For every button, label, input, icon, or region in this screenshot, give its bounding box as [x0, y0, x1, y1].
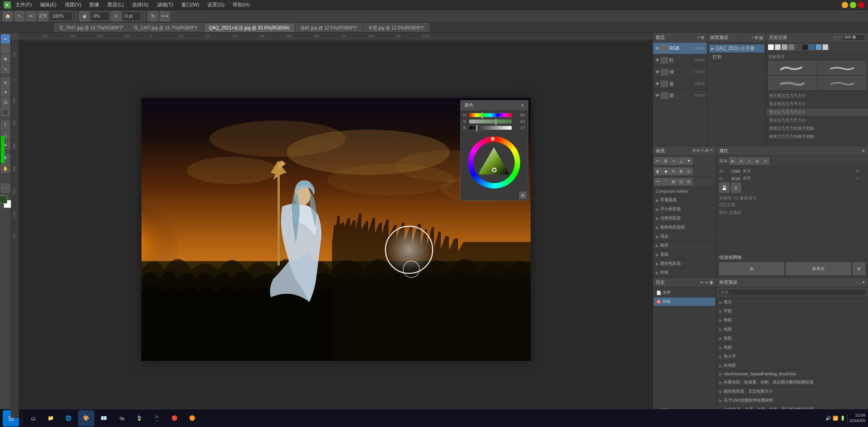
color-wheel-triangle[interactable] — [475, 144, 513, 181]
menu-image[interactable]: 图像 — [88, 1, 101, 8]
file-item-1[interactable]: ▶ QAQ_2921+主手册 — [709, 44, 764, 53]
brush-icon-13[interactable]: ⊞ — [670, 178, 677, 185]
brush-preview-1[interactable] — [768, 61, 817, 75]
brush-list-item-5[interactable]: ▶色彩 — [717, 334, 868, 343]
brush-icon-5[interactable]: ▼ — [685, 157, 692, 165]
brush-icon-1[interactable]: ✏ — [654, 157, 662, 165]
minimize-button[interactable] — [842, 2, 848, 8]
add-btn-1[interactable]: ▶ — [729, 157, 736, 165]
reference-btn[interactable]: 参考光 — [786, 262, 851, 275]
swatch-ddgray[interactable] — [795, 44, 801, 50]
tab-0[interactable]: f2_7547.jpg @ 16.7%(RGB/8*)* — [54, 23, 128, 32]
brush-list-item-long-3[interactable]: ▶关于USC绘图软件绘图材料 — [717, 396, 868, 405]
taskbar-files[interactable]: 🗂 — [25, 410, 41, 427]
brush-icon-4[interactable]: △ — [678, 157, 685, 165]
brush-tool-btn[interactable]: ✏ — [1, 34, 10, 44]
color-wheel-container[interactable] — [461, 135, 528, 190]
history-item-file[interactable]: 📄 文件 — [654, 288, 715, 297]
text-tool-btn[interactable]: T — [1, 121, 10, 130]
color-panel-header[interactable]: 颜色 ✕ — [461, 101, 528, 110]
brush-icon-8[interactable]: ⊙ — [670, 168, 677, 175]
tool-2[interactable]: ≡ — [111, 11, 121, 21]
brush-icon-3[interactable]: ⌖ — [670, 157, 677, 165]
rotate-tool[interactable]: ↻ — [148, 11, 158, 21]
eraser-tool[interactable]: 正常 — [38, 11, 48, 21]
flip-tool[interactable]: ⟷ — [160, 11, 170, 21]
add-btn-2[interactable]: ⊞ — [737, 157, 745, 165]
brush-list-item-alex[interactable]: ▶AlexFerreose_SpeedPainting_BrushSet — [717, 370, 868, 378]
menu-settings[interactable]: 设置(G) — [205, 1, 226, 8]
brush-list-item-3[interactable]: ▶笔彩 — [717, 316, 868, 325]
crop-tool-btn[interactable]: ⊡ — [1, 97, 10, 107]
brush-icon-12[interactable]: ⌃ — [662, 178, 669, 185]
menu-help[interactable]: 帮助(H) — [231, 1, 251, 8]
home-button[interactable]: 🏠 — [3, 11, 13, 21]
brightness-slider[interactable] — [469, 126, 512, 130]
brush-icon-7[interactable]: ◆ — [662, 168, 669, 175]
canvas-content[interactable]: 颜色 ✕ H 85 — [19, 41, 653, 418]
file-icon-3[interactable]: ▤ — [759, 35, 763, 40]
brush-preview-3[interactable] — [768, 76, 817, 90]
color-wheel-ring[interactable] — [468, 136, 520, 189]
brush-list-item-6[interactable]: ▶色彩 — [717, 343, 868, 352]
brush-list-item-8[interactable]: ▶向色彩 — [717, 361, 868, 370]
saturation-slider[interactable] — [469, 119, 512, 124]
layer-item-red[interactable]: 👁 红 Ctrl+2 — [653, 54, 707, 66]
fg-color-box[interactable] — [0, 195, 7, 204]
file-item-2[interactable]: 打开 — [709, 53, 764, 62]
总素材[interactable]: 总素材 — [729, 210, 741, 216]
more-tools-btn[interactable]: ⋯ — [1, 184, 10, 193]
add-btn-5[interactable]: ✕ — [762, 157, 769, 165]
zoom-btn[interactable]: ⊞ — [719, 262, 784, 275]
menu-window[interactable]: 窗口(W) — [180, 1, 201, 8]
layer-item-green[interactable]: 👁 绿 Ctrl+3 — [653, 66, 707, 78]
add-btn-4[interactable]: ▤ — [754, 157, 761, 165]
section-时间[interactable]: ▶时间 — [653, 268, 716, 277]
taskbar-app2[interactable]: 🟠 — [184, 410, 200, 427]
section-路径色[interactable]: ▶路径色彩选 — [653, 259, 716, 268]
section-平小[interactable]: ▶平小色彩选 — [653, 205, 716, 214]
tab-1[interactable]: f2_1347.jpg @ 16.7%(RGB/8*)* — [129, 23, 203, 32]
section-粗糙[interactable]: ▶粗糙色彩选组 — [653, 223, 716, 232]
brush-preview-4[interactable] — [818, 76, 867, 90]
brush-list-item-long-2[interactable]: ▶跑动色彩选、支定绘图大小 — [717, 387, 868, 396]
layer-add-icon[interactable]: + — [697, 35, 700, 40]
magic-tool-btn[interactable]: ✦ — [1, 87, 10, 97]
section-常规[interactable]: ▶常规基准 — [653, 196, 716, 205]
taskbar-edge[interactable]: 🌐 — [60, 410, 77, 427]
swatch-lblue[interactable] — [815, 44, 822, 50]
brush-search-input[interactable] — [718, 289, 866, 296]
size-input[interactable] — [843, 34, 865, 41]
menu-select[interactable]: 选择(S) — [130, 1, 151, 8]
hist-icon-1[interactable]: ↩ — [700, 280, 704, 285]
actions-close[interactable]: ✕ — [862, 149, 865, 153]
grid-settings-btn[interactable]: ⚙ — [853, 262, 865, 275]
brush-icon-6[interactable]: ◐ — [654, 168, 662, 175]
layer-settings-icon[interactable]: ⚙ — [701, 35, 704, 40]
section-路径[interactable]: ▶路径 — [653, 241, 716, 250]
clock[interactable]: 13:09 2024/3/5 — [849, 413, 865, 423]
swatch-dgray[interactable] — [788, 44, 795, 50]
layer-item-rgb[interactable]: 👁 RGB Ctrl+1 — [653, 43, 707, 54]
menu-layer[interactable]: 图层(L) — [106, 1, 125, 8]
brush-icon-2[interactable]: ⊞ — [662, 157, 669, 165]
taskbar-mail[interactable]: 📧 — [96, 410, 112, 427]
brush-preview-2[interactable] — [818, 61, 867, 75]
preset-icon-1[interactable]: ↑ — [856, 280, 858, 285]
copy-btn[interactable]: ⎘ — [731, 183, 741, 193]
taskbar-explorer[interactable]: 📁 — [43, 410, 59, 427]
flow-input[interactable] — [123, 12, 141, 21]
taskbar-krita[interactable]: 🎨 — [78, 410, 94, 427]
add-btn-3[interactable]: ⌖ — [746, 157, 753, 165]
swatch-lgray[interactable] — [775, 44, 781, 50]
brush-list-item-7[interactable]: ▶色小字 — [717, 352, 868, 361]
brush-icon-11[interactable]: ⌤ — [654, 178, 662, 185]
brush-icon-10[interactable]: ⊙ — [685, 168, 692, 175]
grid-view-btn[interactable]: ⊞ — [519, 192, 527, 199]
opacity-input[interactable] — [91, 12, 109, 21]
maximize-button[interactable] — [850, 2, 856, 8]
部分[interactable]: 部分 — [719, 210, 727, 216]
fill-tool-btn[interactable]: ⬛ — [1, 107, 10, 116]
tab-3[interactable]: 临时.jpg @ 12.5%(RGB/8*)* — [296, 23, 362, 32]
hue-slider[interactable] — [469, 113, 512, 117]
